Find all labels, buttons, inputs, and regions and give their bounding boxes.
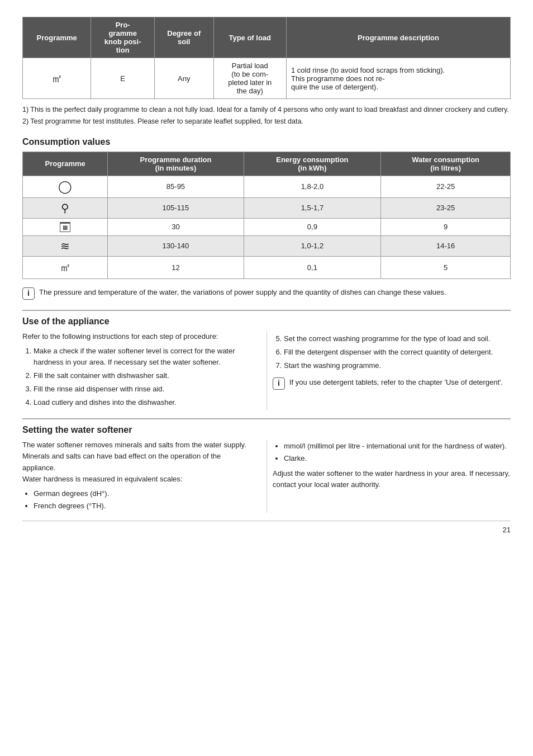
cons-col-programme: Programme — [23, 152, 108, 176]
consumption-table: Programme Programme duration(in minutes)… — [22, 152, 511, 279]
water-hardness-list-left: German degrees (dH°). French degrees (°T… — [22, 488, 250, 512]
use-appliance-col-left: Refer to the following instructions for … — [22, 331, 266, 411]
table-row: ⚲ 105-115 1,5-1,7 23-25 — [23, 197, 511, 218]
cons-energy: 1,5-1,7 — [244, 197, 381, 218]
footnote-1: 1) This is the perfect daily programme t… — [22, 105, 511, 115]
water-softener-col-left: The water softener removes minerals and … — [22, 440, 266, 513]
divider-water-softener — [22, 418, 511, 419]
info-text-1: The pressure and temperature of the wate… — [39, 287, 446, 298]
cons-water: 14-16 — [381, 235, 511, 256]
footnotes: 1) This is the perfect daily programme t… — [22, 105, 511, 127]
cons-energy: 1,8-2,0 — [244, 176, 381, 197]
table-row: ㎡ 12 0,1 5 — [23, 256, 511, 278]
col-header-description: Programme description — [286, 17, 510, 58]
info-text-2: If you use detergent tablets, refer to t… — [289, 377, 503, 388]
cons-prog-icon: ◯ — [23, 176, 108, 197]
cons-col-duration: Programme duration(in minutes) — [108, 152, 244, 176]
info-box-2: i If you use detergent tablets, refer to… — [273, 377, 511, 390]
cons-duration: 130-140 — [108, 235, 244, 256]
cons-duration: 30 — [108, 218, 244, 235]
cons-prog-icon: ▦ — [23, 218, 108, 235]
list-item: mmol/l (millimol per litre - internation… — [284, 441, 511, 452]
water-softener-heading: Setting the water softener — [22, 425, 511, 435]
table-row: ▦ 30 0,9 9 — [23, 218, 511, 235]
water-softener-extra: Adjust the water softener to the water h… — [273, 468, 511, 490]
list-item: French degrees (°TH). — [34, 500, 250, 512]
top-table: Programme Pro-grammeknob posi-tion Degre… — [22, 17, 511, 99]
list-item: Load cutlery and dishes into the dishwas… — [34, 397, 250, 408]
programme-icon-cell: ㎡ — [23, 58, 91, 99]
type-of-load-cell: Partial load(to be com-pleted later inth… — [213, 58, 286, 99]
list-item: Clarke. — [284, 453, 511, 464]
cons-col-energy: Energy consumption(in kWh) — [244, 152, 381, 176]
use-appliance-list-right: Set the correct washing programme for th… — [273, 333, 511, 371]
list-item: Make a check if the water softener level… — [34, 346, 250, 368]
cons-col-water: Water consumption(in litres) — [381, 152, 511, 176]
water-softener-content: The water softener removes minerals and … — [22, 440, 511, 513]
cons-duration: 85-95 — [108, 176, 244, 197]
use-appliance-heading: Use of the appliance — [22, 316, 511, 327]
programme-description-cell: 1 cold rinse (to avoid food scraps from … — [286, 58, 510, 99]
cons-energy: 1,0-1,2 — [244, 235, 381, 256]
table-row: ◯ 85-95 1,8-2,0 22-25 — [23, 176, 511, 197]
use-appliance-list-left: Make a check if the water softener level… — [22, 346, 250, 409]
consumption-heading: Consumption values — [22, 137, 511, 147]
use-appliance-intro: Refer to the following instructions for … — [22, 331, 250, 342]
col-header-soil: Degree ofsoil — [154, 17, 213, 58]
cons-duration: 105-115 — [108, 197, 244, 218]
cons-prog-icon: ⚲ — [23, 197, 108, 218]
list-item: Fill the salt container with dishwasher … — [34, 370, 250, 381]
cons-water: 5 — [381, 256, 511, 278]
col-header-load: Type of load — [213, 17, 286, 58]
page-number: 21 — [22, 521, 511, 534]
table-row: ㎡ E Any Partial load(to be com-pleted la… — [23, 58, 511, 99]
info-icon-1: i — [22, 287, 35, 300]
divider-use-appliance — [22, 310, 511, 311]
water-softener-intro: The water softener removes minerals and … — [22, 440, 250, 485]
cons-energy: 0,1 — [244, 256, 381, 278]
info-icon-2: i — [273, 377, 285, 390]
cons-prog-icon: ≋ — [23, 235, 108, 256]
cons-water: 22-25 — [381, 176, 511, 197]
info-box-1: i The pressure and temperature of the wa… — [22, 287, 511, 300]
footnote-2: 2) Test programme for test institutes. P… — [22, 116, 511, 127]
water-softener-col-right: mmol/l (millimol per litre - internation… — [266, 440, 511, 513]
use-appliance-col-right: Set the correct washing programme for th… — [266, 331, 511, 411]
table-row: ≋ 130-140 1,0-1,2 14-16 — [23, 235, 511, 256]
list-item: Fill the rinse aid dispenser with rinse … — [34, 384, 250, 395]
degree-soil-cell: Any — [154, 58, 213, 99]
col-header-knob: Pro-grammeknob posi-tion — [91, 17, 154, 58]
list-item: Start the washing programme. — [284, 360, 511, 371]
water-hardness-list-right: mmol/l (millimol per litre - internation… — [273, 441, 511, 464]
programme-icon: ㎡ — [51, 72, 63, 84]
list-item: Set the correct washing programme for th… — [284, 333, 511, 344]
list-item: Fill the detergent dispenser with the co… — [284, 347, 511, 358]
cons-water: 23-25 — [381, 197, 511, 218]
cons-energy: 0,9 — [244, 218, 381, 235]
use-appliance-content: Refer to the following instructions for … — [22, 331, 511, 411]
cons-duration: 12 — [108, 256, 244, 278]
cons-prog-icon: ㎡ — [23, 256, 108, 278]
cons-water: 9 — [381, 218, 511, 235]
list-item: German degrees (dH°). — [34, 488, 250, 499]
knob-position-cell: E — [91, 58, 154, 99]
col-header-programme: Programme — [23, 17, 91, 58]
